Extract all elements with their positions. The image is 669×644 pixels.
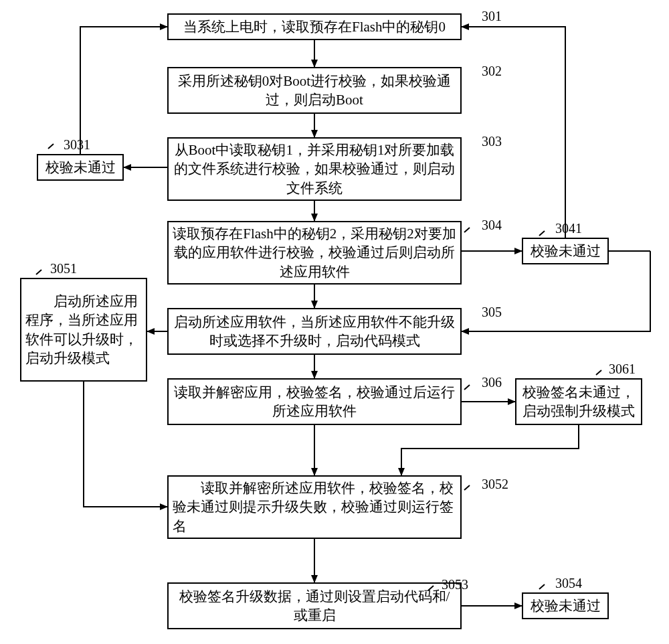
node-3061-num: 3061 [609,361,636,377]
node-3041-num: 3041 [555,221,582,236]
node-3052-text: 读取并解密所述应用软件，校验签名，校验未通过则提示升级失败，校验通过则运行签名 [173,479,456,536]
node-3051-text: 启动所述应用程序，当所述应用软件可以升级时，启动升级模式 [25,292,142,368]
node-304: 读取预存在Flash中的秘钥2，采用秘钥2对要加载的应用软件进行校验，校验通过后… [167,221,462,285]
node-3054-num: 3054 [555,576,582,591]
node-3061: 校验签名未通过，启动强制升级模式 [515,378,642,425]
node-305-text: 启动所述应用软件，当所述应用软件不能升级时或选择不升级时，启动代码模式 [173,313,456,351]
node-301: 当系统上电时，读取预存在Flash中的秘钥0 [167,13,462,40]
node-3054-text: 校验未通过 [531,596,601,615]
node-304-num: 304 [482,218,502,233]
svg-line-20 [464,485,470,490]
node-3041-text: 校验未通过 [531,242,601,260]
node-3031-num: 3031 [64,137,90,153]
svg-line-10 [464,228,470,232]
svg-line-11 [539,231,545,236]
node-3031-text: 校验未通过 [45,158,116,177]
node-305: 启动所述应用软件，当所述应用软件不能升级时或选择不升级时，启动代码模式 [167,308,462,355]
node-3053-text: 校验签名升级数据，通过则设置启动代码和/或重启 [173,587,456,625]
svg-line-21 [539,584,545,589]
node-303-text: 从Boot中读取秘钥1，并采用秘钥1对所要加载的文件系统进行校验，如果校验通过，… [173,141,456,197]
node-3053-num: 3053 [442,577,468,592]
node-3061-text: 校验签名未通过，启动强制升级模式 [520,383,637,421]
node-303-num: 303 [482,134,502,149]
node-3051: 启动所述应用程序，当所述应用软件可以升级时，启动升级模式 [20,278,147,382]
node-3052: 读取并解密所述应用软件，校验签名，校验未通过则提示升级失败，校验通过则运行签名 [167,475,462,539]
node-306: 读取并解密应用，校验签名，校验通过后运行所述应用软件 [167,378,462,425]
node-302: 采用所述秘钥0对Boot进行校验，如果校验通过，则启动Boot [167,67,462,114]
node-303: 从Boot中读取秘钥1，并采用秘钥1对所要加载的文件系统进行校验，如果校验通过，… [167,137,462,201]
node-3051-num: 3051 [50,261,77,276]
svg-line-13 [36,270,41,274]
node-304-text: 读取预存在Flash中的秘钥2，采用秘钥2对要加载的应用软件进行校验，校验通过后… [173,224,456,281]
node-3054: 校验未通过 [522,592,609,619]
svg-line-16 [596,370,601,375]
node-306-text: 读取并解密应用，校验签名，校验通过后运行所述应用软件 [173,383,456,421]
node-305-num: 305 [482,305,502,320]
node-3052-num: 3052 [482,477,508,492]
node-301-num: 301 [482,9,502,24]
svg-line-8 [48,144,54,149]
node-306-num: 306 [482,375,502,390]
node-302-text: 采用所述秘钥0对Boot进行校验，如果校验通过，则启动Boot [173,72,456,110]
svg-line-15 [464,385,470,390]
node-301-text: 当系统上电时，读取预存在Flash中的秘钥0 [183,17,446,36]
node-3041: 校验未通过 [522,238,609,264]
node-302-num: 302 [482,64,502,79]
flowchart-canvas: 当系统上电时，读取预存在Flash中的秘钥0 301 采用所述秘钥0对Boot进… [0,0,669,644]
node-3053: 校验签名升级数据，通过则设置启动代码和/或重启 [167,582,462,629]
node-3031: 校验未通过 [37,154,124,181]
